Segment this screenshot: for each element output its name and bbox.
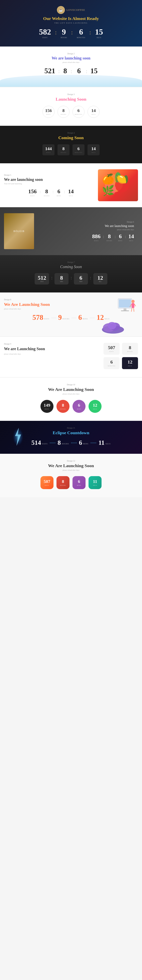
d5-days: 156 DAYS	[28, 189, 37, 197]
design3-label: Design 3	[4, 93, 138, 95]
design9-countdown: 507 DAYS 8 HOURS 6 MINUTES 12 SECS	[103, 343, 138, 369]
design7-section: Design 7 Coming Soon 512 DYS : 8 HRS : 6…	[0, 255, 142, 293]
d9-secs-label: SECS	[125, 365, 135, 367]
svg-point-3	[115, 172, 121, 182]
d3-mins-num: 6	[77, 108, 80, 113]
sep1: :	[55, 29, 56, 36]
d3-hours: 8 HOURS	[58, 106, 69, 118]
design5-countdown: 156 DAYS : 8 HOURS : 6 MINS : 14 SECS	[4, 189, 98, 197]
design2-subtitle: please reload after days	[4, 61, 138, 63]
days-number: 582	[39, 28, 51, 36]
design11-countdown: 514 DAYS ..... 8 HOURS ..... 6 MINS ....…	[4, 439, 138, 446]
d3-mins-label: MINUTES	[75, 114, 82, 115]
design7-title: Coming Soon	[4, 264, 138, 269]
design9-section: Design 9 We are Launching Soon please re…	[0, 337, 142, 377]
design5-title: We are launching soon	[4, 177, 98, 182]
design1-subtitle: THE LIFT DAYS LAUNCHING	[4, 22, 138, 24]
d3-days-label: DAYS	[46, 114, 51, 115]
d12-secs-label: SECS	[93, 485, 97, 486]
d12-hours-label: HOURS	[60, 485, 66, 486]
monitor-illustration	[114, 296, 138, 319]
d2-secs-num: 15	[90, 67, 98, 75]
d3-secs-label: SECS	[92, 114, 96, 115]
svg-rect-7	[124, 309, 126, 310]
logo-icon: ☕	[57, 6, 65, 14]
d6-hours-label: HOURS	[106, 240, 112, 242]
d7-secs-unit: SEC	[96, 281, 104, 283]
design10-countdown: 149 DAYS 8 HOURS 6 MINS 12 SECS	[4, 400, 138, 413]
design12-label: Design 12	[4, 460, 138, 462]
d6-days: 886 DAYS	[92, 234, 100, 242]
minutes-number: 6	[77, 28, 86, 36]
design1-countdown: 582 DAYS : 9 HOURS : 6 MINUTES : 15 SECS	[4, 28, 138, 38]
hours-number: 9	[61, 28, 67, 36]
d2-sep1: :	[58, 68, 60, 75]
design2-label: Design 2	[4, 52, 138, 55]
d4-secs-num: 14	[91, 146, 96, 151]
d7-hours-num: 8	[58, 275, 66, 281]
d5-secs-label: SECS	[68, 195, 74, 197]
d5-sep3: :	[64, 189, 65, 194]
design1-title: Our Website Is Almost Ready	[4, 16, 138, 21]
design9-title: We are Launching Soon	[4, 346, 98, 352]
d6-secs-label: SECS	[128, 240, 134, 242]
design7-countdown: 512 DYS : 8 HRS : 6 MIN : 12 SEC	[4, 273, 138, 285]
svg-point-0	[105, 174, 123, 192]
d9-days: 507 DAYS	[103, 343, 119, 355]
d8-secs-label: SECS	[105, 318, 110, 320]
d4-days-num: 144	[45, 146, 52, 151]
monitor-svg	[114, 296, 138, 318]
d8-sep3: —	[90, 315, 95, 320]
d10-mins-num: 6	[78, 403, 80, 407]
design3-countdown: 156 DAYS 8 HOURS 6 MINUTES 14 SECS	[4, 106, 138, 118]
d12-mins-num: 6	[78, 479, 80, 484]
d8-days-label: DAYS	[44, 318, 50, 320]
d11-hours: 8 HOURS	[58, 439, 69, 446]
d5-mins-num: 6	[56, 189, 61, 194]
design4-title: Coming Soon	[4, 135, 138, 140]
d6-secs-num: 14	[128, 234, 134, 239]
d7-secs-num: 12	[96, 275, 104, 281]
d8-secs-num: 12	[97, 314, 104, 321]
design4-label: Design 4	[4, 132, 138, 134]
d12-mins-label: MINS	[77, 485, 81, 486]
d6-sep3: :	[125, 234, 126, 239]
sep2: :	[71, 29, 73, 36]
d9-hours-num: 8	[125, 345, 135, 350]
design10-section: Design 10 We Are Launching Soon please r…	[0, 377, 142, 421]
d12-secs-num: 11	[93, 479, 97, 484]
d6-mins-label: MINS	[118, 240, 123, 242]
brand-text: BÖLEIB	[13, 230, 24, 233]
seconds-item: 15 SECS	[95, 28, 103, 38]
d12-days: 507 DAYS	[40, 476, 53, 489]
d11-secs-num: 11	[98, 439, 104, 446]
d9-seconds: 12 SECS	[122, 357, 138, 369]
svg-line-13	[131, 308, 132, 312]
logo-area: ☕ LOVECOFFEE	[4, 6, 138, 14]
d6-days-label: DAYS	[92, 240, 100, 242]
d11-sep3: .....	[90, 439, 96, 444]
d5-sep1: :	[40, 189, 41, 194]
design4-countdown: 144 DAYS 8 HOURS 6 MINUTES 14 SECS	[4, 144, 138, 155]
d9-minutes: 6 MINUTES	[103, 357, 119, 369]
seconds-number: 15	[95, 28, 103, 36]
design2-title: We are launching soon	[4, 56, 138, 60]
d9-hours-label: HOURS	[125, 351, 135, 352]
d2-sep2: :	[71, 68, 72, 75]
d8-hours-label: HOURS	[63, 318, 70, 320]
d6-hours: 8 HOURS	[106, 234, 112, 242]
svg-point-2	[104, 183, 116, 195]
design6-section: BÖLEIB Design 6 We are launching soon pl…	[0, 207, 142, 255]
svg-point-18	[108, 322, 116, 329]
d3-days: 156 DAYS	[42, 106, 55, 118]
svg-rect-8	[121, 310, 129, 311]
design6-subtitle: please reload after days	[34, 229, 134, 231]
d5-sep2: :	[52, 189, 54, 194]
d7-sep3: :	[90, 275, 91, 280]
d6-mins-num: 6	[118, 234, 123, 239]
d4-hours-label: HOURS	[61, 152, 66, 153]
svg-line-12	[134, 304, 136, 306]
d5-hours: 8 HOURS	[44, 189, 50, 197]
d7-mins-unit: MIN	[77, 281, 85, 283]
d2-days-num: 521	[44, 67, 55, 75]
